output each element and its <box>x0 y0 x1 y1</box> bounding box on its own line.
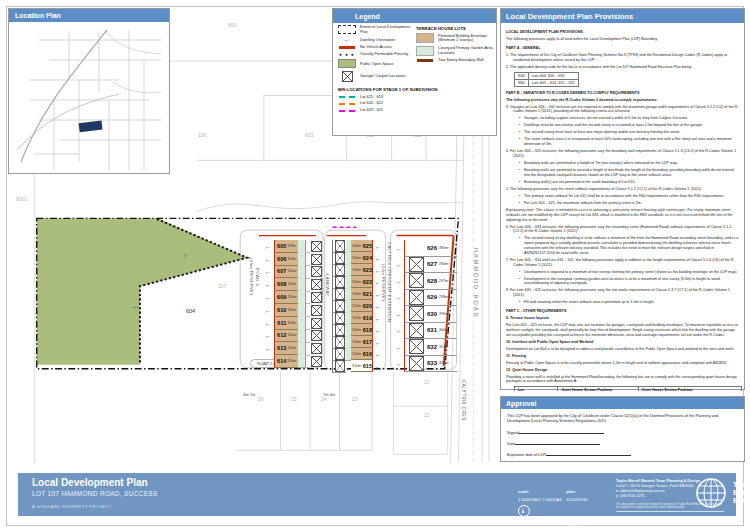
dwelling-orientation-arrow <box>395 360 404 367</box>
legend-item: ← Dwelling Orientation <box>338 37 411 43</box>
location-plan-header: Location Plan <box>9 9 169 22</box>
legend-item: Lot 623 - 625 <box>338 108 496 112</box>
provision-text: The following provisions apply to all la… <box>506 37 739 42</box>
lot-row: 310m² 615 <box>332 360 383 372</box>
lot-area: 150m² <box>352 280 362 284</box>
garage-location-icon <box>335 300 345 312</box>
courtyard-strip <box>298 316 306 330</box>
laneway-gap <box>306 329 310 343</box>
calytrix-cres-label: CALYTRIX CRES <box>460 380 466 421</box>
terrace-lots-left-column: 605 218m² 606 150m² 607 150m² <box>262 240 322 368</box>
lot-number: 613 <box>277 345 286 351</box>
legend-item: Public Open Space <box>338 59 411 68</box>
lot-number: 611 <box>277 320 286 326</box>
garage-location-icon <box>409 290 424 305</box>
lot-number: 606 <box>277 256 286 262</box>
garage-location-icon <box>335 276 345 288</box>
lot-number: 608 <box>277 281 286 287</box>
globe-logo-icon <box>694 476 728 510</box>
lot-area: 150m² <box>287 257 297 261</box>
firm-name: Taylor Burrell Barnett <box>733 481 750 505</box>
provision-text: The following provisions vary the R-Code… <box>506 98 739 103</box>
lot-number: 615 <box>363 363 372 369</box>
legend-item: Lot 620 - 622 <box>338 101 496 105</box>
lot-area: 150m² <box>287 295 297 299</box>
table-header: Quiet House Design Package First Floor <box>638 387 741 391</box>
approval-title: Approval <box>506 400 536 407</box>
provisions-blocks-a: LOCAL DEVELOPMENT PLAN PROVISIONSThe fol… <box>506 30 739 69</box>
lot-area: 150m² <box>287 269 297 273</box>
lot-number: 605 <box>277 243 286 249</box>
lot-row: 627 294m² <box>395 257 457 274</box>
dwelling-orientation-arrow <box>262 243 274 250</box>
public-open-space-icon <box>338 59 356 68</box>
provision-text: The primary street setback for Lot 615 s… <box>519 194 739 199</box>
building-envelope: 152m² 619 <box>351 312 373 324</box>
lot-area: 150m² <box>287 321 297 325</box>
garage-location-icon <box>311 254 322 265</box>
garage-location-icon <box>335 252 345 264</box>
lot-row: 606 150m² <box>262 253 322 266</box>
lot-row: 150m² 621 <box>332 288 383 300</box>
garage-location-icon <box>335 348 345 360</box>
survey-label: 800 <box>228 22 236 28</box>
provision-text: Development is required to a minimum of … <box>519 270 739 275</box>
lots-right-column: 626 495m² 627 294m² 628 297m² <box>395 240 457 372</box>
building-envelope: 608 150m² <box>274 278 298 291</box>
dwelling-orientation-arrow <box>395 261 404 268</box>
provision-text: 10. Interface with Public Open Space and… <box>506 340 739 345</box>
lot-area: 150m² <box>287 308 297 312</box>
provision-text: The street setback area is to incorporat… <box>519 137 739 147</box>
quiet-house-table: Lot Quiet House Design Package Ground Fl… <box>514 386 742 391</box>
lot-row: 610 150m² <box>262 304 322 317</box>
provision-text: 9. Terrace house layouts <box>506 316 739 321</box>
lot-area: 150m² <box>352 256 362 260</box>
lot-number: 630 <box>427 311 437 317</box>
building-envelope: 155m² 616 <box>351 348 373 360</box>
courtyard-strip <box>298 240 306 254</box>
laneway-gap <box>306 240 310 254</box>
dwelling-orientation-arrow <box>373 255 383 262</box>
dwelling-orientation-arrow: ↑ <box>183 252 188 261</box>
bin-magenta-icon <box>339 110 355 112</box>
lot-area: 367m² <box>439 361 449 365</box>
lot-number: 614 <box>277 358 286 364</box>
garage-location-icon <box>335 336 345 348</box>
dimension-label: 4m 7m <box>243 392 255 397</box>
orientation-arrow-icon: ← <box>343 37 351 43</box>
provision-text: 3. Garages on Lots 626 – 632 inclusive a… <box>506 105 739 115</box>
public-open-space <box>37 218 247 364</box>
lot-area: 150m² <box>287 333 297 337</box>
lot-cell: 628 297m² <box>404 273 457 290</box>
ldp-extent-icon <box>338 25 356 34</box>
lot-number: 625 <box>363 243 372 249</box>
provision-text: Boundary walls are permitted to exceed a… <box>519 168 739 178</box>
lot-number: 618 <box>363 327 372 333</box>
building-envelope: 605 218m² <box>274 240 298 253</box>
lot-row: 605 218m² <box>262 240 322 253</box>
lot-row: 240m² 625 <box>332 240 383 252</box>
garage-location-icon <box>311 279 322 290</box>
provision-text: 6. For Lots 626 – 633 inclusive, the fol… <box>506 225 739 235</box>
garage-location-icon <box>335 288 345 300</box>
provisions-blocks-b: PART B - VARIATIONS TO R-CODES DEEMED-TO… <box>506 91 739 385</box>
legend-item: Garage/ Carport Locations <box>338 71 411 82</box>
provision-text: LOCAL DEVELOPMENT PLAN PROVISIONS <box>506 30 739 35</box>
dwelling-orientation-arrow <box>373 267 383 274</box>
garage-location-icon <box>311 330 322 341</box>
lot-area: 319m² <box>439 345 449 349</box>
terrace-lots-middle-column: 240m² 625 150m² 624 150m² 623 <box>332 240 383 372</box>
legend-panel: Legend Extent of Local Development Plan … <box>332 8 497 136</box>
courtyard-strip <box>298 303 306 317</box>
building-envelope: 611 150m² <box>274 317 298 330</box>
bin-teal-icon <box>339 96 355 98</box>
permeable-fencing-icon: ● ● ● <box>339 52 355 57</box>
lot-row: 613 150m² <box>262 342 322 355</box>
legend-item: Courtyard Primary Garden Area Locations <box>416 46 495 56</box>
courtyard-strip <box>298 342 306 356</box>
table-cell: R40 <box>515 72 529 79</box>
legend-title: Legend <box>355 13 380 20</box>
dwelling-orientation-arrow <box>262 320 274 327</box>
garage-location-icon <box>311 292 322 303</box>
laneway-gap <box>306 252 310 266</box>
